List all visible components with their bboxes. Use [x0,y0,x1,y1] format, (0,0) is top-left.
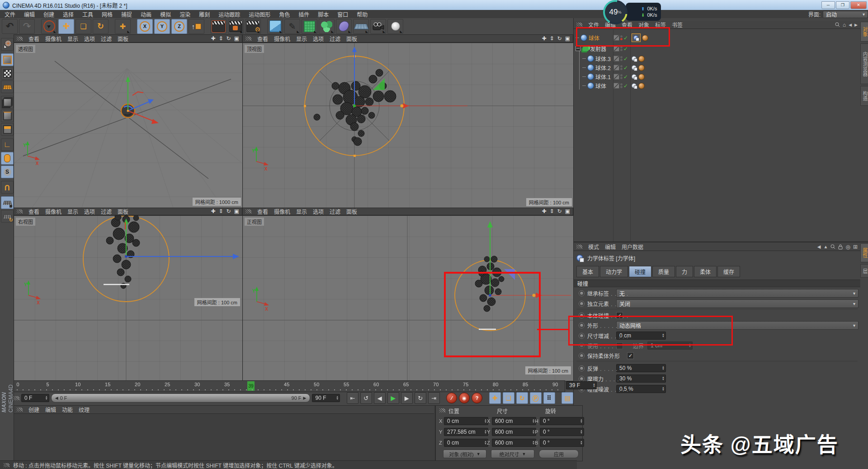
timeline-ruler[interactable]: 0 5 10 15 20 25 30 35 45 50 55 60 65 70 … [14,380,565,392]
spline-pen-icon[interactable]: ✎◣ [284,19,300,34]
pan-icon[interactable]: ✚ [211,208,215,214]
section-collision[interactable]: 碰撞 [574,280,860,287]
history-back-icon[interactable]: ◀ [817,244,821,249]
drag-handle-icon[interactable] [576,245,582,249]
key-position-icon[interactable]: ✚ [489,392,501,404]
vp-menu-view[interactable]: 查看 [28,208,39,215]
primitive-cube-icon[interactable]: ◣ [267,19,283,34]
menu-plugins[interactable]: 插件 [298,10,309,18]
zoom-icon[interactable]: ⇕ [219,208,223,214]
object-name[interactable]: 球体.2 [595,64,611,71]
menu-mograph[interactable]: 运动图形 [249,10,270,18]
menu-character[interactable]: 角色 [279,10,290,18]
om-menu-objects[interactable]: 对象 [638,21,649,28]
inherit-tag-dropdown[interactable]: 无▾ [616,289,859,298]
boundary-field[interactable]: 1 cm▲▼ [647,341,693,350]
pos-y-field[interactable]: 277.585 cm▲▼ [444,428,488,436]
anim-dot-icon[interactable] [579,323,584,328]
viewport-label[interactable]: 顶视图 [245,45,264,53]
minimize-button[interactable]: ─ [821,1,835,9]
redo-icon[interactable]: ↷ [19,19,35,34]
om-menu-bookmarks[interactable]: 书签 [672,21,683,28]
polygons-mode-icon[interactable] [1,123,14,136]
workplane-mode-icon[interactable] [1,81,14,93]
vp-menu-options[interactable]: 选项 [84,208,95,215]
anim-dot-icon[interactable] [579,291,584,296]
apply-button[interactable]: 应用 [539,450,579,458]
om-menu-tags[interactable]: 标签 [655,21,666,28]
current-frame-field[interactable]: 39 F▲▼ [566,381,597,389]
rotate-tool-icon[interactable]: ↻ [93,19,108,34]
new-panel-icon[interactable]: ⊞ [853,244,858,250]
key-scale-icon[interactable]: ❏ [503,392,514,404]
tab-structure[interactable]: 构造 [860,86,868,106]
object-row-sphere-top[interactable]: 球体 ✓ [576,33,860,42]
layer-toggle-icon[interactable] [613,83,619,89]
vp-menu-panel[interactable]: 面板 [346,35,357,43]
vp-menu-camera[interactable]: 摄像机 [274,208,290,215]
menu-motion-tracker[interactable]: 运动跟踪 [218,10,240,18]
layer-toggle-icon[interactable] [613,56,619,62]
target-icon[interactable]: ◎ [845,244,850,250]
material-tag[interactable] [642,35,648,41]
drag-handle-icon[interactable] [17,407,23,412]
render-visibility-dot[interactable] [620,86,623,88]
render-visibility-dot[interactable] [620,38,623,40]
material-tag[interactable] [638,65,645,71]
render-visibility-dot[interactable] [620,49,623,51]
menu-render[interactable]: 渲染 [179,10,190,18]
loop-icon[interactable]: ↻ [415,392,426,404]
menu-edit[interactable]: 编辑 [24,10,35,18]
am-menu-edit[interactable]: 编辑 [605,243,616,251]
next-frame-icon[interactable]: ▶ [401,392,413,404]
model-mode-icon[interactable] [1,53,14,66]
goto-end-icon[interactable]: ⇥ [428,392,440,404]
layer-toggle-icon[interactable] [613,35,619,41]
om-menu-file[interactable]: 文件 [588,21,599,28]
vp-menu-display[interactable]: 显示 [296,208,307,215]
tab-mass[interactable]: 质量 [652,266,675,277]
maximize-button[interactable]: ❐ [836,1,849,9]
viewport-top[interactable]: 顶视图 [242,43,574,208]
size-y-field[interactable]: 600 cm▲▼ [492,428,536,436]
vp-menu-view[interactable]: 查看 [257,208,268,215]
am-menu-userdata[interactable]: 用户数据 [622,243,643,251]
object-name[interactable]: 发射器 [590,45,606,52]
drag-handle-icon[interactable] [439,408,445,412]
search-icon[interactable] [830,244,835,249]
range-right-arrow-icon[interactable]: ▶ [303,396,307,400]
material-tag[interactable] [638,74,645,80]
tab-layers[interactable]: 层 [860,264,868,278]
dynamics-body-tag[interactable] [632,56,637,62]
light-icon[interactable]: ◣ [387,19,403,34]
object-row-sphere3[interactable]: 球体.3 ✓ [576,54,860,63]
drag-handle-icon[interactable] [245,37,251,41]
dynamics-body-tag[interactable] [632,65,637,71]
dynamics-body-tag-selected[interactable] [632,33,641,42]
menu-sculpt[interactable]: 雕刻 [199,10,210,18]
vp-menu-camera[interactable]: 摄像机 [45,208,61,215]
vp-menu-display[interactable]: 显示 [67,208,78,215]
snap-icon[interactable]: U [1,181,14,194]
viewport-perspective[interactable]: 透视图 [14,43,243,208]
size-z-field[interactable]: 600 cm▲▼ [492,439,536,447]
rotate-icon[interactable]: ↻ [226,35,231,42]
render-picture-viewer-icon[interactable]: ◣ [228,19,244,34]
last-tool-icon[interactable]: ✚◣ [115,19,131,34]
zoom-icon[interactable]: ⇕ [550,35,554,42]
bounce-field[interactable]: 50 %▲▼ [616,364,666,372]
anim-dot-icon[interactable] [579,333,584,338]
menu-help[interactable]: 帮助 [357,10,368,18]
editor-visibility-dot[interactable] [620,83,623,85]
object-name[interactable]: 球体 [589,34,599,42]
drag-handle-icon[interactable] [245,209,251,213]
size-x-field[interactable]: 600 cm▲▼ [492,417,536,425]
tab-attributes[interactable]: 属性 [860,243,868,262]
vp-menu-view[interactable]: 查看 [257,35,268,43]
menu-snap[interactable]: 捕捉 [121,10,132,18]
menu-file[interactable]: 文件 [5,10,15,18]
tab-dynamics[interactable]: 动力学 [600,266,628,277]
preview-range-slider[interactable]: ◀ 0 F 90 F ▶ [51,393,311,403]
tweak-mode-icon[interactable] [1,152,14,165]
anim-dot-icon[interactable] [579,376,584,381]
